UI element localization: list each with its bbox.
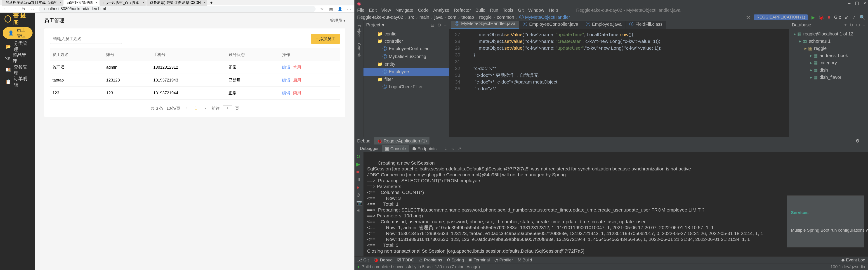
refresh-icon[interactable]: ↻ [849, 22, 853, 28]
next-page[interactable]: › [203, 105, 209, 111]
sidebar-item-dish[interactable]: 🍽菜品管理 [0, 53, 35, 64]
editor-tab[interactable]: ⒾFieldFill.class [625, 21, 666, 29]
rerun-icon[interactable]: ↻ [356, 154, 362, 159]
status-terminal[interactable]: ▣ Terminal [468, 257, 490, 263]
crumb[interactable]: com [448, 15, 456, 20]
settings-icon[interactable]: ⚙ [856, 22, 860, 28]
menu-run[interactable]: Run [490, 8, 498, 13]
code-editor[interactable]: 27 28 29 30 31 32 33 34 35 metaObject.se… [450, 29, 789, 137]
db-tree-item[interactable]: ▸ ▦address_book [789, 52, 868, 59]
tree-item[interactable]: ⒸEmployeeController [364, 45, 449, 53]
reload-icon[interactable]: ↻ [21, 6, 26, 12]
git-commit-icon[interactable]: ✓ [852, 15, 856, 20]
sidebar-item-order[interactable]: 📋订单明细 [0, 76, 35, 88]
console-tab[interactable]: ▣ Console [382, 145, 409, 152]
avatar-icon[interactable]: 👤 [337, 6, 343, 12]
menu-git[interactable]: Git [518, 8, 524, 13]
resume-icon[interactable]: ▶ [356, 161, 362, 167]
status-spring[interactable]: ✿ Spring [447, 257, 464, 263]
mute-icon[interactable]: ⊘ [356, 192, 362, 198]
home-icon[interactable]: ⌂ [30, 6, 35, 12]
git-pull-icon[interactable]: ↙ [845, 15, 848, 20]
page-number[interactable]: 1 [193, 105, 199, 111]
stop-icon[interactable]: ■ [828, 15, 831, 20]
tree-item[interactable]: 📁filter [364, 76, 449, 83]
commit-tab[interactable]: Commit [355, 41, 362, 59]
current-user[interactable]: 管理员 ▾ [330, 18, 345, 23]
crumb[interactable]: main [419, 15, 429, 20]
maximize-icon[interactable]: ☐ [855, 1, 859, 6]
project-tab[interactable]: Project [355, 23, 362, 39]
pause-icon[interactable]: ⏸ [356, 177, 362, 182]
sidebar-item-setmeal[interactable]: 🍱套餐管理 [0, 64, 35, 76]
tree-item[interactable]: ⒸMybatisPlusConfig [364, 53, 449, 61]
edit-link[interactable]: 编辑 [282, 65, 290, 70]
db-tree-item[interactable]: ▸ ▦reggie@localhost 1 of 12 [789, 30, 868, 37]
minimize-icon[interactable]: – [848, 1, 850, 6]
edit-link[interactable]: 编辑 [282, 91, 290, 95]
close-icon[interactable]: × [60, 1, 61, 4]
debugger-tab[interactable]: Debugger [357, 145, 381, 152]
menu-build[interactable]: Build [475, 8, 485, 13]
db-tree-item[interactable]: ▸ ▦dish_flavor [789, 74, 868, 81]
tree-item[interactable]: ⒸEmployee [364, 68, 449, 76]
close-icon[interactable]: × [204, 1, 206, 4]
crumb[interactable]: common [497, 15, 514, 20]
menu-code[interactable]: Code [418, 8, 429, 13]
menu-window[interactable]: Window [528, 8, 544, 13]
git-icon[interactable]: Git: [834, 15, 841, 20]
crumb[interactable]: Ⓒ MyMetaObjectHandler [519, 14, 570, 20]
toggle-link[interactable]: 启用 [293, 78, 301, 82]
status-profiler[interactable]: ◔ Profiler [494, 257, 513, 263]
menu-file[interactable]: File [357, 8, 364, 13]
editor-tab[interactable]: ⒸEmployee.java [582, 21, 625, 29]
tree-item[interactable]: ⒸLoginCheckFilter [364, 83, 449, 91]
editor-tab[interactable]: ⒸEmployeeController.java [519, 21, 582, 29]
run-config-dropdown[interactable]: REGGIEAPPLICATION (1) [754, 14, 808, 20]
settings-icon[interactable]: ⚙ [437, 22, 441, 28]
browser-tab[interactable]: 黑马程序员Java项目实战《瑞吉× [2, 0, 63, 6]
crumb[interactable]: java [434, 15, 443, 20]
status-todo[interactable]: ☑ TODO [397, 257, 414, 263]
status-git[interactable]: ⎇ Git [357, 257, 369, 263]
url-input[interactable]: localhost:8080/backend/index.html [39, 6, 315, 12]
collapse-icon[interactable]: ⊟ [431, 22, 434, 28]
menu-icon[interactable]: ⋯ [346, 6, 352, 12]
camera-icon[interactable]: 📷 [356, 200, 362, 205]
forward-icon[interactable]: → [12, 6, 17, 12]
step-into-icon[interactable]: ↘ [451, 146, 454, 151]
back-icon[interactable]: ← [3, 6, 8, 12]
layout-icon[interactable]: ⊞ [356, 207, 362, 213]
debug-config-tab[interactable]: 🐞 ReggieApplication (1) [374, 137, 430, 144]
menu-view[interactable]: View [381, 8, 391, 13]
debug-console[interactable]: Creating a new SqlSession SqlSession [or… [364, 153, 868, 257]
status-debug[interactable]: 🐞 Debug [373, 257, 393, 263]
search-icon[interactable]: 🔍 [860, 15, 865, 20]
add-employee-button[interactable]: + 添加员工 [311, 34, 340, 44]
crumb[interactable]: Reggie-take-out-day02 [357, 15, 403, 20]
prev-page[interactable]: ‹ [184, 105, 189, 111]
search-input[interactable] [50, 34, 122, 44]
toggle-link[interactable]: 禁用 [293, 91, 301, 95]
extension-icon[interactable]: ▦ [328, 6, 334, 12]
per-page[interactable]: 10条/页 [166, 106, 180, 111]
close-icon[interactable]: × [143, 1, 144, 4]
browser-tab[interactable]: (3条消息) 赞知引擎-消息-CSDN× [147, 0, 207, 6]
hide-icon[interactable]: – [444, 22, 446, 28]
toggle-link[interactable]: 禁用 [293, 65, 301, 70]
services-popup[interactable]: Services Multiple Spring Boot run config… [787, 196, 864, 247]
step-out-icon[interactable]: ↗ [458, 146, 461, 151]
browser-tab[interactable]: 瑞吉外卖管理端× [64, 0, 99, 6]
status-build[interactable]: ⚒ Build [518, 257, 532, 263]
settings-icon[interactable]: ⚙ [856, 138, 860, 143]
sidebar-item-employee[interactable]: 👤员工管理 [3, 27, 33, 39]
star-icon[interactable]: ☆ [319, 6, 324, 12]
edit-link[interactable]: 编辑 [282, 78, 290, 82]
close-icon[interactable]: × [864, 1, 866, 6]
browser-tab[interactable]: my手起脉封_百度搜索× [100, 0, 146, 6]
add-icon[interactable]: + [844, 22, 847, 28]
step-over-icon[interactable]: ⤵ [445, 146, 447, 151]
endpoints-tab[interactable]: ⬢ Endpoints [410, 145, 439, 152]
tree-item[interactable]: 📁config [364, 30, 449, 37]
close-icon[interactable]: × [96, 1, 98, 4]
